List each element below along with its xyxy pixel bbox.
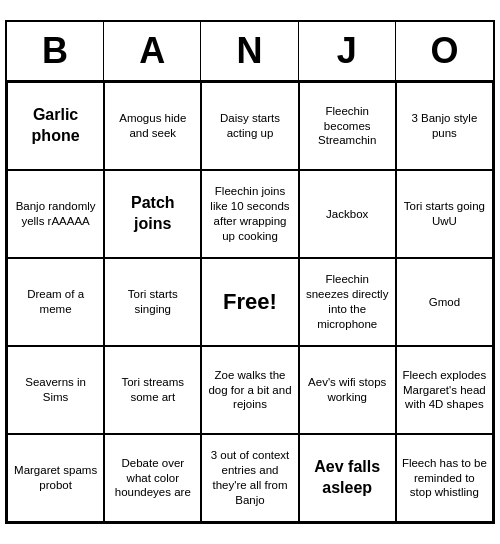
bingo-cell-24: Fleech has to be reminded to stop whistl… [396,434,493,522]
header-letter-b: B [7,22,104,80]
bingo-cell-18: Aev's wifi stops working [299,346,396,434]
bingo-card: BANJO Garlic phoneAmogus hide and seekDa… [5,20,495,524]
bingo-cell-8: Jackbox [299,170,396,258]
bingo-cell-13: Fleechin sneezes directly into the micro… [299,258,396,346]
bingo-cell-12: Free! [201,258,298,346]
bingo-cell-14: Gmod [396,258,493,346]
bingo-cell-20: Margaret spams probot [7,434,104,522]
header-letter-o: O [396,22,493,80]
bingo-cell-21: Debate over what color houndeyes are [104,434,201,522]
bingo-cell-17: Zoe walks the dog for a bit and rejoins [201,346,298,434]
bingo-cell-1: Amogus hide and seek [104,82,201,170]
bingo-header: BANJO [7,22,493,82]
bingo-cell-9: Tori starts going UwU [396,170,493,258]
bingo-cell-23: Aev falls asleep [299,434,396,522]
bingo-cell-0: Garlic phone [7,82,104,170]
bingo-cell-11: Tori starts singing [104,258,201,346]
bingo-cell-2: Daisy starts acting up [201,82,298,170]
bingo-cell-5: Banjo randomly yells rAAAAA [7,170,104,258]
bingo-cell-7: Fleechin joins like 10 seconds after wra… [201,170,298,258]
bingo-cell-3: Fleechin becomes Streamchin [299,82,396,170]
bingo-grid: Garlic phoneAmogus hide and seekDaisy st… [7,82,493,522]
header-letter-n: N [201,22,298,80]
header-letter-j: J [299,22,396,80]
bingo-cell-19: Fleech explodes Margaret's head with 4D … [396,346,493,434]
bingo-cell-16: Tori streams some art [104,346,201,434]
bingo-cell-15: Seaverns in Sims [7,346,104,434]
bingo-cell-10: Dream of a meme [7,258,104,346]
header-letter-a: A [104,22,201,80]
bingo-cell-6: Patch joins [104,170,201,258]
bingo-cell-4: 3 Banjo style puns [396,82,493,170]
bingo-cell-22: 3 out of context entries and they're all… [201,434,298,522]
